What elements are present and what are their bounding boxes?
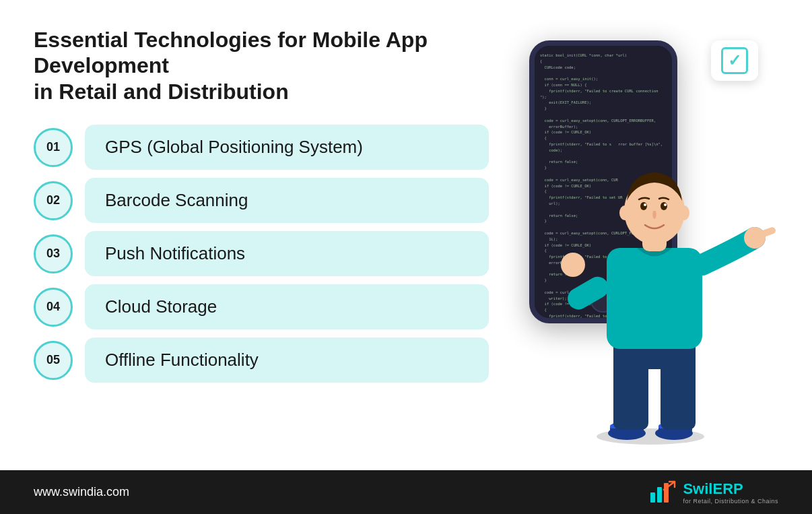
logo-text-group: SwilERP for Retail, Distribution & Chain… [683,480,778,505]
svg-point-17 [640,202,647,210]
logo-tagline: for Retail, Distribution & Chains [683,498,778,505]
item-number-03: 03 [34,234,73,274]
item-number-01: 01 [34,128,73,167]
footer-logo: SwilERP for Retail, Distribution & Chain… [649,480,778,505]
list-item: 04 Cloud Storage [34,284,489,329]
person-illustration [496,93,778,450]
svg-point-22 [679,205,689,220]
item-label-push: Push Notifications [85,231,489,276]
item-label-barcode: Barcode Scanning [85,178,489,223]
svg-rect-23 [650,492,655,503]
item-number-02: 02 [34,181,73,220]
svg-point-12 [561,253,585,277]
svg-point-18 [661,202,667,210]
right-section: ✓ static bool_init(CURL *conn, char *url… [509,27,778,450]
item-label-cloud: Cloud Storage [85,284,489,329]
svg-point-13 [744,227,766,249]
svg-rect-10 [607,248,702,349]
item-label-offline: Offline Functionality [85,338,489,383]
items-list: 01 GPS (Global Positioning System) 02 Ba… [34,125,489,383]
list-item: 05 Offline Functionality [34,338,489,383]
list-item: 03 Push Notifications [34,231,489,276]
item-number-05: 05 [34,341,73,380]
footer: www.swindia.com SwilERP for Retail, Dist… [0,470,812,514]
list-item: 02 Barcode Scanning [34,178,489,223]
checkbox-bubble: ✓ [711,40,758,81]
svg-point-20 [664,203,667,206]
main-content: Essential Technologies for Mobile App De… [0,0,812,470]
svg-rect-14 [760,226,776,238]
svg-point-21 [619,205,630,220]
item-number-04: 04 [34,288,73,327]
logo-name: SwilERP [683,480,778,498]
svg-point-19 [644,203,646,206]
svg-rect-11 [564,273,612,313]
list-item: 01 GPS (Global Positioning System) [34,125,489,170]
svg-rect-24 [657,487,662,503]
checkmark-icon: ✓ [721,47,748,74]
page-title: Essential Technologies for Mobile App De… [34,27,489,104]
item-label-gps: GPS (Global Positioning System) [85,125,489,170]
left-section: Essential Technologies for Mobile App De… [34,27,489,450]
footer-url: www.swindia.com [34,485,129,499]
logo-chart-icon [649,480,676,504]
